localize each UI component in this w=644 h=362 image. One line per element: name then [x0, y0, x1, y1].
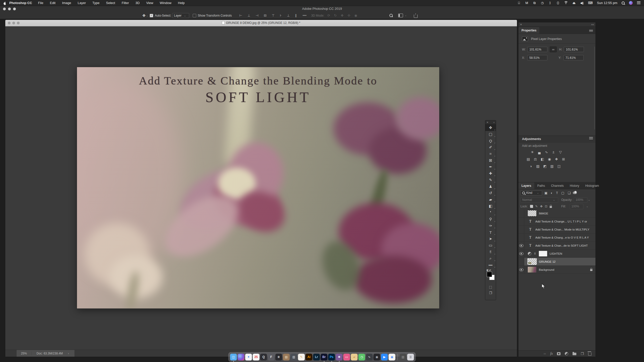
- 3d-slide-icon[interactable]: ✣: [348, 14, 350, 17]
- search-icon[interactable]: [389, 14, 393, 17]
- layer-row[interactable]: Background: [518, 266, 595, 274]
- document-title-bar[interactable]: GRUNGE 8 DEMO.jpg @ 25% (GRUNGE 12, RGB/…: [5, 20, 517, 26]
- clone-stamp-tool[interactable]: ♟: [485, 183, 496, 190]
- menu-window[interactable]: Window: [160, 1, 171, 5]
- tab-histogram[interactable]: Histogram: [582, 183, 602, 189]
- align-right-edges-icon[interactable]: ⊣: [256, 14, 258, 17]
- eject-icon[interactable]: ⏏: [572, 1, 576, 5]
- keyboard-icon[interactable]: ⌨: [588, 1, 593, 5]
- fill-field[interactable]: 100%: [570, 204, 583, 209]
- filter-smart-objects-icon[interactable]: ❏: [568, 191, 571, 195]
- path-selection-tool[interactable]: ➤: [485, 236, 496, 242]
- black-white-icon[interactable]: ◧: [540, 157, 545, 161]
- menu-select[interactable]: Select: [106, 1, 115, 5]
- shape-tool[interactable]: ▭: [485, 242, 496, 249]
- move-tool[interactable]: ✥: [485, 124, 496, 131]
- filter-pixel-layers-icon[interactable]: ▣: [544, 191, 547, 195]
- time-machine-icon[interactable]: ◷: [541, 1, 544, 5]
- menu-3d[interactable]: 3D: [136, 1, 140, 5]
- filter-adjustment-layers-icon[interactable]: ◐: [551, 191, 553, 195]
- auto-select-dropdown[interactable]: Layer ⌄: [172, 13, 189, 18]
- layer-content[interactable]: TAdd Texture & Change... U L T I P L Y o…: [524, 217, 595, 225]
- menu-image[interactable]: Image: [62, 1, 71, 5]
- distribute-vertical-icon[interactable]: ⊦: [280, 14, 282, 17]
- share-icon[interactable]: [414, 14, 418, 18]
- layer-content[interactable]: TAdd Texture & Chan...de to SOFT LIGHT: [524, 242, 595, 249]
- crop-tool[interactable]: ⌗: [485, 151, 496, 157]
- dock-chrome[interactable]: ◉: [389, 354, 395, 360]
- layer-row[interactable]: TAdd Texture & Chang...e to O V E R L A …: [518, 234, 595, 242]
- wifi-icon[interactable]: [564, 1, 568, 5]
- zoom-tool[interactable]: ⌕: [485, 255, 496, 262]
- h-field[interactable]: 101.61%: [564, 47, 584, 52]
- status-chevron-icon[interactable]: ›: [68, 352, 74, 355]
- dock-downloads-folder[interactable]: ▰: [351, 354, 358, 360]
- 3d-roll-icon[interactable]: ↻: [334, 14, 337, 17]
- layer-content[interactable]: ∞LIGHTEN: [524, 250, 595, 257]
- visibility-eye-icon[interactable]: [519, 244, 524, 247]
- visibility-cell[interactable]: [518, 217, 524, 225]
- type-tool[interactable]: T: [485, 229, 496, 236]
- add-mask-icon[interactable]: [557, 352, 560, 355]
- lock-all-icon[interactable]: [550, 206, 552, 208]
- visibility-cell[interactable]: [518, 234, 524, 241]
- threshold-icon[interactable]: ◩: [543, 164, 547, 168]
- visibility-cell[interactable]: [518, 209, 524, 217]
- tools-close-icon[interactable]: ✕: [487, 121, 489, 124]
- healing-brush-tool[interactable]: ✚: [485, 170, 496, 177]
- eraser-tool[interactable]: ▰: [485, 196, 496, 203]
- adjustments-menu-icon[interactable]: [589, 137, 593, 139]
- dock-illustrator[interactable]: Ai: [306, 354, 312, 360]
- menu-type[interactable]: Type: [92, 1, 99, 5]
- dock-safari[interactable]: ✦: [245, 354, 252, 360]
- zoom-level-field[interactable]: 25%: [17, 352, 31, 355]
- dock-calendar[interactable]: 25: [253, 354, 260, 360]
- filter-type-layers-icon[interactable]: T: [556, 191, 558, 195]
- levels-icon[interactable]: ▄: [537, 150, 542, 154]
- filter-shape-layers-icon[interactable]: ▢: [561, 191, 564, 195]
- menu-clock[interactable]: Sun 12:55 pm: [597, 1, 617, 5]
- lasso-tool[interactable]: Ϙ: [485, 138, 496, 144]
- bluetooth-icon[interactable]: ᛒ: [548, 1, 552, 5]
- color-lookup-icon[interactable]: ⊞: [561, 157, 566, 161]
- more-options-icon[interactable]: •••: [303, 14, 307, 17]
- blend-mode-dropdown[interactable]: Normal ⌄: [520, 197, 558, 203]
- new-layer-icon[interactable]: ❐: [581, 352, 584, 356]
- dock-photoshop[interactable]: Ps: [328, 354, 335, 360]
- channel-mixer-icon[interactable]: ❖: [554, 157, 559, 161]
- align-top-edges-icon[interactable]: ⊟: [264, 14, 266, 17]
- layer-content[interactable]: Background: [524, 266, 595, 274]
- dock-bridge[interactable]: Br: [321, 354, 328, 360]
- menu-edit[interactable]: Edit: [50, 1, 55, 5]
- edit-toolbar[interactable]: •••: [485, 262, 496, 268]
- curves-icon[interactable]: ∿: [544, 150, 549, 154]
- layer-content[interactable]: TAdd Texture & Chan... Mode to MULTIPLY: [524, 225, 595, 233]
- dock-photo-booth[interactable]: ✺: [336, 354, 343, 360]
- dock-minimized-document[interactable]: ▤: [400, 354, 407, 360]
- delete-layer-icon[interactable]: [588, 352, 591, 356]
- tools-expand-icon[interactable]: »: [493, 121, 495, 124]
- tab-channels[interactable]: Channels: [548, 183, 567, 189]
- show-transform-checkbox[interactable]: [193, 14, 196, 17]
- visibility-cell[interactable]: [518, 250, 524, 257]
- move-tool-options-icon[interactable]: ✥: [142, 13, 146, 18]
- spotlight-icon[interactable]: [622, 2, 625, 5]
- visibility-cell[interactable]: [518, 225, 524, 233]
- link-layers-icon[interactable]: ∞: [544, 352, 546, 355]
- opacity-field[interactable]: 100%: [574, 197, 587, 203]
- align-left-edges-icon[interactable]: ⊢: [239, 14, 242, 17]
- layer-row[interactable]: TAdd Texture & Change... U L T I P L Y o…: [518, 217, 595, 225]
- new-adjustment-layer-icon[interactable]: [565, 352, 568, 355]
- dock-finder[interactable]: ◫: [230, 354, 237, 360]
- panel-collapse-icon[interactable]: ««: [591, 23, 594, 26]
- workspace-switcher[interactable]: ⌄: [398, 14, 408, 17]
- marquee-tool[interactable]: ▢: [485, 131, 496, 138]
- hue-saturation-icon[interactable]: ▤: [526, 157, 531, 161]
- blur-tool[interactable]: ❜: [485, 209, 496, 216]
- visibility-cell[interactable]: [518, 266, 524, 274]
- tab-layers[interactable]: Layers: [518, 183, 534, 189]
- lock-position-icon[interactable]: ✥: [540, 205, 543, 208]
- layer-content[interactable]: TAdd Texture & Chang...e to O V E R L A …: [524, 234, 595, 241]
- exposure-icon[interactable]: ±: [551, 150, 556, 154]
- distribute-horizontal-icon[interactable]: ∥: [295, 14, 297, 17]
